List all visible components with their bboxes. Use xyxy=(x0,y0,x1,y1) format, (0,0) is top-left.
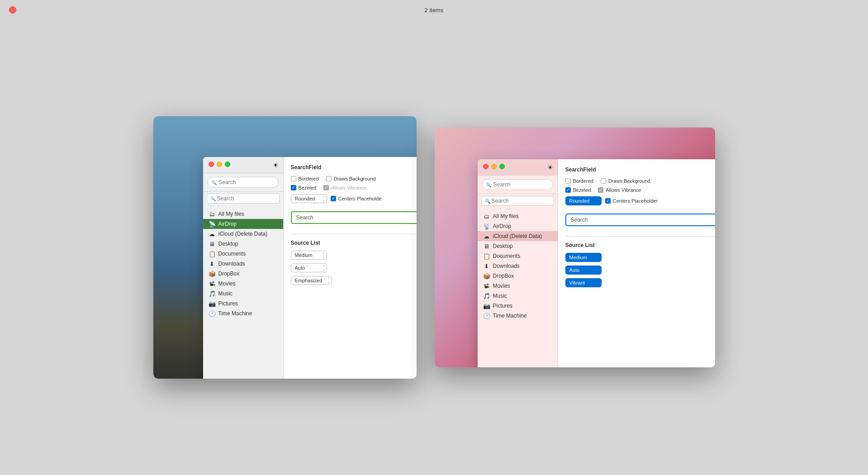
left-sidebar-item-movies[interactable]: 📽 Movies xyxy=(203,279,283,289)
left-draws-bg-checkbox[interactable] xyxy=(326,176,332,181)
right-sidebar-label-timemachine: Time Machine xyxy=(493,313,527,319)
left-centers-placeholder-item[interactable]: Centers Placeholde xyxy=(331,196,382,201)
right-sidebar-item-icloud[interactable]: ☁ iCloud (Delete Data) xyxy=(478,231,558,241)
left-top-search-wrapper[interactable] xyxy=(208,177,279,188)
close-button[interactable] xyxy=(9,6,16,14)
left-sidebar-item-downloads[interactable]: ⬇ Downloads xyxy=(203,259,283,269)
left-bordered-item[interactable]: Bordered xyxy=(291,176,319,181)
right-sidebar-item-downloads[interactable]: ⬇ Downloads xyxy=(478,261,558,271)
right-close-button[interactable] xyxy=(483,164,489,169)
left-draws-bg-item[interactable]: Draws Background xyxy=(326,176,376,181)
right-bezeled-item[interactable]: Bezeled xyxy=(565,187,591,193)
left-sidebar-item-music[interactable]: 🎵 Music xyxy=(203,289,283,299)
right-auto-dropdown[interactable]: Auto xyxy=(565,266,602,275)
left-allows-vibrance-item[interactable]: Allows Vibrance xyxy=(323,185,366,190)
right-vibrant-dropdown[interactable]: Vibrant xyxy=(565,278,602,287)
right-search-preview-container xyxy=(565,209,715,231)
right-checkbox-row-2: Bezeled Allows Vibrance xyxy=(565,187,715,193)
right-top-search-wrapper[interactable] xyxy=(482,179,553,190)
icloud-icon: ☁ xyxy=(209,230,216,238)
right-sidebar-label-documents: Documents xyxy=(493,253,521,259)
left-rounded-dropdown-wrapper[interactable]: Rounded xyxy=(291,194,327,203)
right-medium-row: Medium xyxy=(565,253,715,262)
left-sidebar-item-timemachine[interactable]: 🕐 Time Machine xyxy=(203,309,283,318)
right-sidebar-item-movies[interactable]: 📽 Movies xyxy=(478,281,558,291)
right-sidebar-label-downloads: Downloads xyxy=(493,263,520,269)
left-medium-dropdown-wrapper[interactable]: Medium xyxy=(291,251,327,260)
desktop-icon: 🖥 xyxy=(209,240,216,247)
left-bordered-checkbox[interactable] xyxy=(291,176,296,181)
right-sidebar-label-pictures: Pictures xyxy=(493,303,512,309)
right-sidebar-item-allmyfiles[interactable]: 🗂 All My files xyxy=(478,211,558,221)
left-divider xyxy=(291,234,417,234)
left-auto-dropdown-wrapper[interactable]: Auto xyxy=(291,263,327,272)
left-sidebar-item-airdrop[interactable]: 📡 AirDrop xyxy=(203,219,283,229)
left-fullscreen-button[interactable] xyxy=(225,162,230,167)
right-draws-bg-checkbox[interactable] xyxy=(601,178,606,184)
left-auto-dropdown[interactable]: Auto xyxy=(291,263,327,272)
left-window-panel: ☀ 🗂 All My xyxy=(153,116,417,379)
right-top-search-input[interactable] xyxy=(482,179,553,190)
left-close-button[interactable] xyxy=(209,162,214,167)
right-allows-vibrance-checkbox[interactable] xyxy=(598,187,603,193)
right-bordered-checkbox[interactable] xyxy=(565,178,571,184)
left-second-search-input[interactable] xyxy=(207,194,280,204)
right-music-icon: 🎵 xyxy=(483,292,490,299)
left-bezeled-item[interactable]: Bezeled xyxy=(291,185,317,190)
right-sidebar-item-music[interactable]: 🎵 Music xyxy=(478,291,558,301)
right-desktop-icon: 🖥 xyxy=(483,242,490,250)
right-centers-placeholder-item[interactable]: Centers Placeholder xyxy=(605,198,658,204)
right-second-search-input[interactable] xyxy=(481,196,554,206)
right-medium-dropdown-wrapper[interactable]: Medium xyxy=(565,253,602,262)
left-emphasized-dropdown[interactable]: Emphasized xyxy=(291,276,332,285)
left-sidebar-label-downloads: Downloads xyxy=(218,261,245,267)
right-fullscreen-button[interactable] xyxy=(499,164,505,169)
pictures-icon: 📷 xyxy=(209,300,216,307)
right-sun-icon: ☀ xyxy=(547,164,553,171)
left-sidebar-items: 🗂 All My files 📡 AirDrop ☁ iCloud (Delet… xyxy=(203,207,283,379)
right-draws-bg-item[interactable]: Draws Background xyxy=(601,178,650,184)
right-icloud-icon: ☁ xyxy=(483,233,490,240)
right-sidebar-label-allmyfiles: All My files xyxy=(493,213,519,219)
left-second-search-wrapper[interactable] xyxy=(207,194,280,204)
left-medium-dropdown[interactable]: Medium xyxy=(291,251,327,260)
left-allows-vibrance-checkbox[interactable] xyxy=(323,185,329,190)
right-sidebar-item-pictures[interactable]: 📷 Pictures xyxy=(478,301,558,311)
right-bordered-item[interactable]: Bordered xyxy=(565,178,593,184)
right-allows-vibrance-item[interactable]: Allows Vibrance xyxy=(598,187,641,193)
left-emphasized-dropdown-wrapper[interactable]: Emphasized xyxy=(291,276,332,285)
left-top-search-input[interactable] xyxy=(208,177,279,188)
left-sidebar-label-movies: Movies xyxy=(218,280,236,287)
right-sidebar-item-desktop[interactable]: 🖥 Desktop xyxy=(478,241,558,251)
music-icon: 🎵 xyxy=(209,290,216,297)
left-dropdown-centers-row: Rounded Centers Placeholde xyxy=(291,194,417,203)
left-centers-placeholder-checkbox[interactable] xyxy=(331,196,336,201)
right-search-preview-input[interactable] xyxy=(565,214,715,226)
right-sidebar-item-timemachine[interactable]: 🕐 Time Machine xyxy=(478,311,558,321)
left-sidebar-label-desktop: Desktop xyxy=(218,241,238,247)
right-bezeled-checkbox[interactable] xyxy=(565,187,571,193)
right-sidebar-item-dropbox[interactable]: 📦 DropBox xyxy=(478,271,558,281)
right-finder-titlebar: ☀ xyxy=(478,159,558,176)
right-second-search-wrapper[interactable] xyxy=(481,196,554,206)
left-sidebar-item-allmyfiles[interactable]: 🗂 All My files xyxy=(203,209,283,219)
right-rounded-dropdown-wrapper[interactable]: Rounded xyxy=(565,196,602,205)
left-sidebar-item-desktop[interactable]: 🖥 Desktop xyxy=(203,239,283,249)
right-sidebar-item-documents[interactable]: 📋 Documents xyxy=(478,251,558,261)
left-rounded-dropdown[interactable]: Rounded xyxy=(291,194,327,203)
right-rounded-dropdown[interactable]: Rounded xyxy=(565,196,602,205)
left-sidebar-item-pictures[interactable]: 📷 Pictures xyxy=(203,299,283,309)
left-sidebar-item-dropbox[interactable]: 📦 DropBox xyxy=(203,269,283,279)
right-vibrant-dropdown-wrapper[interactable]: Vibrant xyxy=(565,278,602,287)
left-sidebar-item-icloud[interactable]: ☁ iCloud (Delete Data) xyxy=(203,229,283,239)
left-minimize-button[interactable] xyxy=(217,162,222,167)
right-auto-dropdown-wrapper[interactable]: Auto xyxy=(565,266,602,275)
left-bezeled-checkbox[interactable] xyxy=(291,185,296,190)
left-sidebar-item-documents[interactable]: 📋 Documents xyxy=(203,249,283,259)
right-sidebar-item-airdrop[interactable]: 📡 AirDrop xyxy=(478,221,558,231)
left-sidebar-label-allmyfiles: All My files xyxy=(218,211,244,217)
right-centers-placeholder-checkbox[interactable] xyxy=(605,198,611,204)
left-search-preview-input[interactable] xyxy=(291,211,417,224)
right-minimize-button[interactable] xyxy=(491,164,497,169)
right-medium-dropdown[interactable]: Medium xyxy=(565,253,602,262)
